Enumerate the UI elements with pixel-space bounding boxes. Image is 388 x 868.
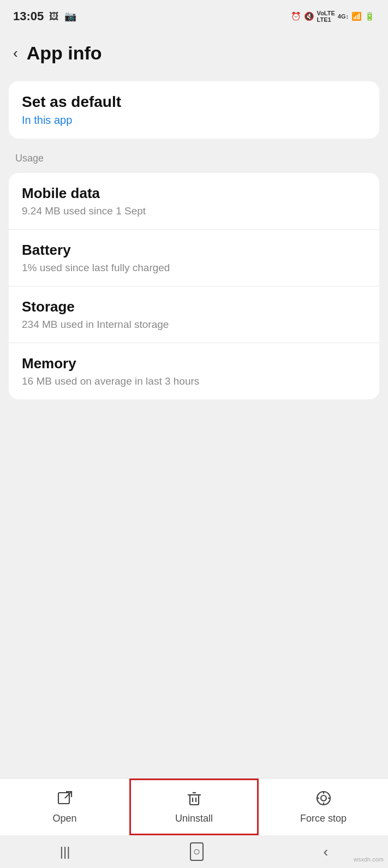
status-time: 13:05 — [13, 9, 44, 23]
nav-home-icon[interactable]: ○ — [190, 842, 204, 861]
battery-icon: 🔋 — [365, 11, 375, 21]
volte-label: VoLTELTE1 — [317, 10, 335, 23]
force-stop-button[interactable]: Force stop — [259, 779, 388, 835]
uninstall-icon — [186, 789, 203, 809]
svg-rect-2 — [190, 795, 199, 805]
4g-icon: 4G↕ — [338, 13, 349, 20]
page-title: App info — [27, 43, 102, 64]
set-default-subtitle: In this app — [22, 114, 366, 127]
uninstall-button[interactable]: Uninstall — [129, 779, 259, 835]
back-button[interactable]: ‹ — [13, 45, 18, 62]
set-default-title: Set as default — [22, 93, 366, 111]
storage-subtitle: 234 MB used in Internal storage — [22, 319, 366, 331]
video-icon: 📷 — [64, 10, 76, 22]
photo-icon: 🖼 — [49, 11, 59, 22]
alarm-icon: ⏰ — [291, 11, 301, 21]
status-bar: 13:05 🖼 📷 ⏰ 🔇 VoLTELTE1 4G↕ 📶 🔋 — [0, 0, 388, 33]
storage-title: Storage — [22, 298, 366, 315]
mobile-data-item[interactable]: Mobile data 9.24 MB used since 1 Sept — [9, 173, 379, 230]
svg-rect-0 — [58, 793, 69, 804]
memory-item[interactable]: Memory 16 MB used on average in last 3 h… — [9, 343, 379, 399]
nav-menu-icon[interactable]: ||| — [60, 844, 70, 859]
force-stop-icon — [315, 789, 332, 809]
mobile-data-title: Mobile data — [22, 185, 366, 202]
mute-icon: 🔇 — [304, 11, 314, 21]
open-button[interactable]: Open — [0, 779, 129, 835]
status-icons-right: ⏰ 🔇 VoLTELTE1 4G↕ 📶 🔋 — [291, 10, 375, 23]
uninstall-label: Uninstall — [175, 813, 213, 824]
set-as-default-card[interactable]: Set as default In this app — [9, 81, 379, 139]
usage-section-label: Usage — [0, 143, 388, 169]
header: ‹ App info — [0, 33, 388, 77]
svg-point-8 — [321, 795, 326, 801]
open-label: Open — [52, 813, 76, 824]
open-icon — [56, 789, 74, 809]
battery-subtitle: 1% used since last fully charged — [22, 262, 366, 274]
storage-item[interactable]: Storage 234 MB used in Internal storage — [9, 286, 379, 343]
mobile-data-subtitle: 9.24 MB used since 1 Sept — [22, 205, 366, 217]
bottom-action-bar: Open Uninstall Force stop — [0, 778, 388, 835]
nav-back-icon[interactable]: ‹ — [324, 843, 329, 860]
battery-title: Battery — [22, 242, 366, 259]
memory-subtitle: 16 MB used on average in last 3 hours — [22, 375, 366, 387]
memory-title: Memory — [22, 355, 366, 372]
battery-item[interactable]: Battery 1% used since last fully charged — [9, 230, 379, 286]
usage-card: Mobile data 9.24 MB used since 1 Sept Ba… — [9, 173, 379, 399]
signal-icon: 📶 — [351, 11, 362, 21]
nav-bar: ||| ○ ‹ — [0, 835, 388, 868]
force-stop-label: Force stop — [300, 813, 347, 824]
watermark: wsxdn.com — [354, 856, 384, 863]
